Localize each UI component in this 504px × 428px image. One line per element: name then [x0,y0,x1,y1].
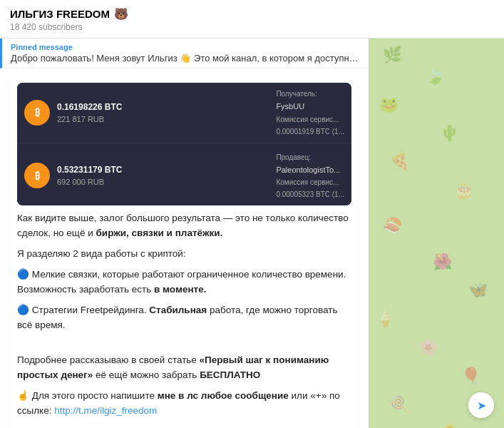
doodle-8: 🌺 [433,253,452,271]
messages-scroll[interactable]: ₿ 0.16198226 BTC 221 817 RUB Получатель:… [0,68,369,428]
doodle-4: 🌵 [440,124,459,143]
para-3: 🔵 Мелкие связки, которые работают ограни… [17,268,351,297]
doodle-1: 🌿 [383,46,402,64]
para-7: P.S. [17,424,351,428]
transaction-row-2: ₿ 0.53231179 BTC 692 000 RUB Продавец: P… [17,146,351,206]
pinned-message-bar[interactable]: Pinned message Добро пожаловать! Меня зо… [0,39,369,68]
tx-rub-2: 692 000 RUB [57,176,269,188]
para-4: 🔵 Стратегии Freetрейдинга. Стабильная ра… [17,303,351,333]
doodle-3: 🐸 [379,96,398,114]
doodle-11: 🌸 [418,338,438,357]
bold-1: биржи, связки и платёжки. [96,228,223,238]
doodle-12: 🎈 [461,367,480,385]
tx-rub-1: 221 817 RUB [57,113,269,126]
tx-right-2: Продавец: PaleontologistTo... Комиссия с… [276,152,344,200]
pinned-label: Pinned message [11,43,360,51]
tx-commission-2: Комиссия сервис... [276,177,339,188]
doodle-6: 🎂 [454,181,473,200]
tx-recipient-1: FysbUU [276,101,304,113]
channel-title: ИЛЬГИЗ FREEDOM [10,8,110,20]
channel-link[interactable]: http://t.me/ilgiz_freedom [54,405,157,416]
subscribers-count: 18 420 subscribers [10,22,494,32]
doodle-2: 🍃 [426,67,445,86]
tx-commission-val-1: 0.00001919 BTC (1... [276,126,344,137]
bear-emoji: 🐻 [114,7,128,21]
para-5: Подробнее рассказываю в своей статье «Пе… [17,353,351,383]
bold-5: БЕСПЛАТНО [200,370,260,380]
doodle-10: 🍦 [376,310,395,328]
forward-button[interactable]: ➤ [468,392,494,418]
para-6: ☝ Для этого просто напишите мне в лс люб… [17,389,351,419]
bold-2: в моменте. [154,284,206,295]
messages-area: Pinned message Добро пожаловать! Меня зо… [0,39,369,428]
para-1: Как видите выше, залог большого результа… [17,211,351,241]
transaction-images: ₿ 0.16198226 BTC 221 817 RUB Получатель:… [17,83,351,205]
message-wrapper: ₿ 0.16198226 BTC 221 817 RUB Получатель:… [0,74,369,428]
bold-4: «Первый шаг к пониманию простых денег» [17,355,329,380]
doodle-7: 🍣 [383,217,402,235]
btc-icon-1: ₿ [24,100,50,126]
bold-3: Стабильная [149,305,207,315]
doodle-5: 🍕 [390,153,409,171]
message-bubble: ₿ 0.16198226 BTC 221 817 RUB Получатель:… [10,77,359,428]
chat-body: Pinned message Добро пожаловать! Меня зо… [0,39,504,428]
btc-icon-2: ₿ [24,163,50,188]
chat-container: ИЛЬГИЗ FREEDOM 🐻 18 420 subscribers Pinn… [0,0,504,428]
channel-header: ИЛЬГИЗ FREEDOM 🐻 18 420 subscribers [0,0,504,39]
tx-details-2: 0.53231179 BTC 692 000 RUB [57,163,269,188]
tx-recipient-label-2: Продавец: [276,152,311,163]
transaction-row: ₿ 0.16198226 BTC 221 817 RUB Получатель:… [17,83,351,143]
tx-recipient-2: PaleontologistTo... [276,164,340,176]
tx-amount-1: 0.16198226 BTC [57,101,269,113]
tx-right-1: Получатель: FysbUU Комиссия сервис... 0.… [276,88,344,137]
channel-name: ИЛЬГИЗ FREEDOM 🐻 [10,7,494,21]
tx-details-1: 0.16198226 BTC 221 817 RUB [57,101,269,126]
doodle-13: 🍭 [390,395,409,414]
tx-recipient-label-1: Получатель: [276,88,317,99]
forward-icon: ➤ [477,399,486,412]
tx-commission-val-2: 0.00005323 BTC (1... [276,189,344,200]
doodle-14: 🌻 [440,424,459,428]
pinned-text: Добро пожаловать! Меня зовут Ильгиз 👋 Эт… [11,53,360,63]
right-panel: 🌿 🍃 🐸 🌵 🍕 🎂 🍣 🌺 🦋 🍦 🌸 🎈 🍭 🌻 ➤ [369,39,504,428]
tx-amount-2: 0.53231179 BTC [57,163,269,176]
bold-6: мне в лс любое сообщение [158,390,289,401]
message-text: Как видите выше, залог большого результа… [17,211,351,428]
tx-commission-1: Комиссия сервис... [276,114,339,125]
para-2: Я разделяю 2 вида работы с криптой: [17,247,351,262]
doodle-9: 🦋 [468,281,488,300]
